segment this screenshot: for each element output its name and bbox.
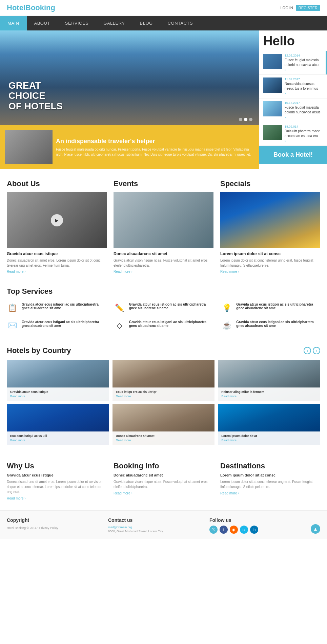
hero-right: Hello 12.02.2014 Fusce feugiat malesda o… bbox=[259, 30, 327, 169]
about-us-image: ▶ bbox=[7, 192, 107, 248]
facebook-icon[interactable]: f bbox=[220, 526, 228, 534]
hotel-card-link-1[interactable]: Read more bbox=[10, 395, 106, 398]
logo-accent: Booking bbox=[25, 3, 55, 12]
hero-slider-text: GREATCHOICEOF HOTELS bbox=[8, 81, 63, 112]
why-booking-destinations: Why Us Gravida atcur ecus istique Donec … bbox=[0, 453, 327, 510]
hero-banner: An indispensable traveler's helper Fusce… bbox=[0, 125, 259, 169]
news-item-4[interactable]: 18.02.014 Duis ultr pharetra maec accums… bbox=[259, 122, 327, 146]
top-services-section: Top Services 📋 Gravida atcur ecus istigo… bbox=[0, 280, 327, 339]
hotel-card-2[interactable]: Ecus istiqu erc ac sis ultriqr Read more bbox=[113, 360, 215, 401]
service-icon-4: ✉️ bbox=[7, 320, 18, 331]
book-hotel-button[interactable]: Book a Hotel! bbox=[259, 146, 327, 164]
hotels-header: Hotels by Country ‹ › bbox=[7, 346, 320, 355]
vimeo-icon[interactable]: ▷ bbox=[240, 526, 248, 534]
service-icon-5: ◇ bbox=[114, 320, 125, 331]
rss-icon[interactable]: ◉ bbox=[230, 526, 238, 534]
hotel-card-overlay-6: Lorem ipsum dolor sit at Read more bbox=[218, 431, 320, 445]
service-item-2: ✏️ Gravida atcur ecus istigori ac sis ul… bbox=[114, 303, 213, 313]
news-date-4: 18.02.014 bbox=[285, 125, 323, 128]
service-title-1: Gravida atcur ecus istigori ac sis ultri… bbox=[22, 303, 106, 310]
news-item-1[interactable]: 12.02.2014 Fusce feugiat malesda odiorbi… bbox=[259, 51, 327, 75]
hotel-card-link-2[interactable]: Read more bbox=[116, 395, 211, 398]
hotel-card-5[interactable]: Donec alsuadrcnc sit amet Read more bbox=[113, 404, 215, 445]
play-button[interactable]: ▶ bbox=[51, 214, 63, 226]
hero-left: GREATCHOICEOF HOTELS An indispensable tr… bbox=[0, 30, 259, 169]
carousel-prev[interactable]: ‹ bbox=[304, 347, 311, 354]
footer-email[interactable]: mail@domain.org bbox=[108, 526, 203, 529]
hotel-card-overlay-3: Reluser aling otilur is fermem Read more bbox=[218, 387, 320, 401]
news-item-3[interactable]: 10.17.2017 Fusce feugiat malesda odiorbi… bbox=[259, 98, 327, 122]
nav-services[interactable]: SERVICES bbox=[58, 16, 96, 30]
booking-info-subtitle: Donec alsuadarcnc sit amet bbox=[114, 473, 213, 477]
hotel-card-3[interactable]: Reluser aling otilur is fermem Read more bbox=[218, 360, 320, 401]
footer-copyright-title: Copyright bbox=[7, 517, 101, 523]
hotel-card-link-3[interactable]: Read more bbox=[221, 395, 317, 398]
why-us-readmore[interactable]: Read more › bbox=[7, 496, 107, 500]
hotel-card-link-6[interactable]: Read more bbox=[221, 439, 317, 442]
news-image-2 bbox=[263, 77, 282, 93]
hotel-card-1[interactable]: Gravida atcur ecus istique Read more bbox=[7, 360, 109, 401]
hotels-section: Hotels by Country ‹ › Gravida atcur ecus… bbox=[0, 339, 327, 453]
hero-dot-2[interactable] bbox=[244, 118, 247, 121]
news-date-1: 12.02.2014 bbox=[285, 54, 323, 57]
nav-blog[interactable]: BLOG bbox=[132, 16, 160, 30]
hero-slider[interactable]: GREATCHOICEOF HOTELS bbox=[0, 30, 259, 125]
carousel-next[interactable]: › bbox=[313, 347, 320, 354]
nav-about[interactable]: ABOUT bbox=[27, 16, 58, 30]
specials-subtitle: Lorem ipsum dolor sit at consc bbox=[220, 251, 320, 256]
register-button[interactable]: REGISTER bbox=[296, 5, 320, 11]
about-us-col: About Us ▶ Gravida atcur ecus istique Do… bbox=[7, 179, 107, 273]
news-arrow-2[interactable]: › bbox=[285, 92, 323, 95]
service-icon-6: ☕ bbox=[221, 320, 232, 331]
hero-dot-1[interactable] bbox=[239, 118, 242, 121]
footer-copyright: Copyright Hotel Booking © 2014 • Privacy… bbox=[7, 517, 101, 534]
hero-banner-text: An indispensable traveler's helper Fusce… bbox=[56, 138, 254, 157]
news-item-2[interactable]: 11.02.2017 Nuncavida atcursus neeuc tus … bbox=[259, 75, 327, 98]
linkedin-icon[interactable]: in bbox=[250, 526, 258, 534]
service-title-6: Gravida atcur ecus istigani ac sis ultri… bbox=[236, 320, 320, 328]
hotel-card-title-3: Reluser aling otilur is fermem bbox=[221, 390, 317, 394]
service-icon-2: ✏️ bbox=[114, 303, 125, 313]
carousel-buttons: ‹ › bbox=[304, 347, 320, 354]
booking-info-readmore[interactable]: Read more › bbox=[114, 491, 213, 495]
news-text-1: Fusce feugiat malesda odiorbi nuncavida … bbox=[285, 58, 323, 67]
news-content-2: 11.02.2017 Nuncavida atcursus neeuc tus … bbox=[285, 77, 323, 95]
destinations-col: Destinations Lorem ipsum dolor sit at co… bbox=[220, 462, 320, 500]
service-item-1: 📋 Gravida atcur ecus istigori ac sis ult… bbox=[7, 303, 106, 313]
hero-dot-3[interactable] bbox=[249, 118, 252, 121]
scroll-to-top-button[interactable]: ▲ bbox=[311, 524, 320, 534]
hero-section: GREATCHOICEOF HOTELS An indispensable tr… bbox=[0, 30, 327, 169]
destinations-readmore[interactable]: Read more › bbox=[220, 491, 320, 495]
services-title: Top Services bbox=[7, 287, 320, 296]
hello-title: Hello bbox=[259, 30, 327, 51]
nav-main[interactable]: MAIN bbox=[0, 16, 27, 30]
service-item-3: 💡 Gravida atcur ecus istigori ac sis ult… bbox=[221, 303, 320, 313]
nav-contacts[interactable]: CONTACTS bbox=[160, 16, 201, 30]
hero-banner-desc: Fusce feugiat malesuada odiorbi nuncar. … bbox=[56, 147, 254, 157]
hotels-title: Hotels by Country bbox=[7, 346, 71, 355]
about-us-readmore[interactable]: Read more › bbox=[7, 270, 107, 273]
why-us-col: Why Us Gravida atcur ecus istique Donec … bbox=[7, 462, 107, 500]
hotel-card-link-4[interactable]: Read more bbox=[10, 439, 106, 442]
twitter-icon[interactable]: 𝕏 bbox=[209, 526, 218, 534]
hotel-card-6[interactable]: Lorem ipsum dolor sit at Read more bbox=[218, 404, 320, 445]
about-us-title: About Us bbox=[7, 179, 107, 188]
hotel-card-overlay-1: Gravida atcur ecus istique Read more bbox=[7, 387, 109, 401]
footer-follow-title: Follow us bbox=[209, 517, 304, 523]
news-arrow-1[interactable]: › bbox=[285, 68, 323, 72]
specials-readmore[interactable]: Read more › bbox=[220, 270, 320, 273]
footer-contact-title: Contact us bbox=[108, 517, 203, 523]
news-arrow-4[interactable]: › bbox=[285, 139, 323, 143]
news-text-4: Duis ultr pharetra maec accumsan esuada … bbox=[285, 129, 323, 138]
nav-gallery[interactable]: GALLERY bbox=[96, 16, 132, 30]
login-button[interactable]: LOG IN bbox=[280, 6, 293, 10]
news-arrow-3[interactable]: › bbox=[285, 115, 323, 119]
news-text-3: Fusce feugiat malesda odiorbi nuncavida … bbox=[285, 105, 323, 115]
events-readmore[interactable]: Read more › bbox=[114, 270, 213, 273]
hotel-card-4[interactable]: Euc ecus istiqui ac 9s uili Read more bbox=[7, 404, 109, 445]
hotels-grid: Gravida atcur ecus istique Read more Ecu… bbox=[7, 360, 320, 445]
news-content-1: 12.02.2014 Fusce feugiat malesda odiorbi… bbox=[285, 54, 323, 72]
hotel-card-link-5[interactable]: Read more bbox=[116, 439, 211, 442]
main-nav: MAIN ABOUT SERVICES GALLERY BLOG CONTACT… bbox=[0, 16, 327, 30]
hero-banner-title: An indispensable traveler's helper bbox=[56, 138, 254, 145]
